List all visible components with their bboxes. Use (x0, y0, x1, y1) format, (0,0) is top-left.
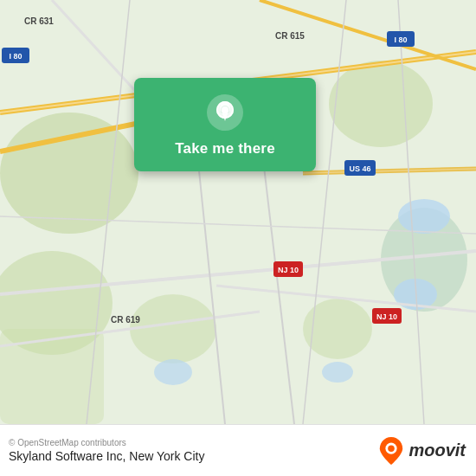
footer-bar: © OpenStreetMap contributors Skyland Sof… (0, 424, 476, 476)
road-labels (0, 0, 476, 424)
moovit-brand-text: moovit (408, 441, 466, 460)
footer-left: © OpenStreetMap contributors Skyland Sof… (9, 438, 204, 463)
map-container: I 80 I 80 I 80 US 46 NJ 10 NJ 10 CR 631 … (0, 0, 476, 424)
copyright-text: © OpenStreetMap contributors (9, 438, 204, 447)
take-me-there-button[interactable]: Take me there (175, 140, 275, 158)
moovit-logo: moovit (379, 437, 466, 465)
map-pin-icon (206, 93, 244, 132)
location-name: Skyland Software Inc, New York City (9, 449, 204, 463)
location-card[interactable]: Take me there (134, 78, 316, 171)
moovit-pin-icon (379, 437, 403, 465)
svg-point-50 (389, 445, 396, 452)
